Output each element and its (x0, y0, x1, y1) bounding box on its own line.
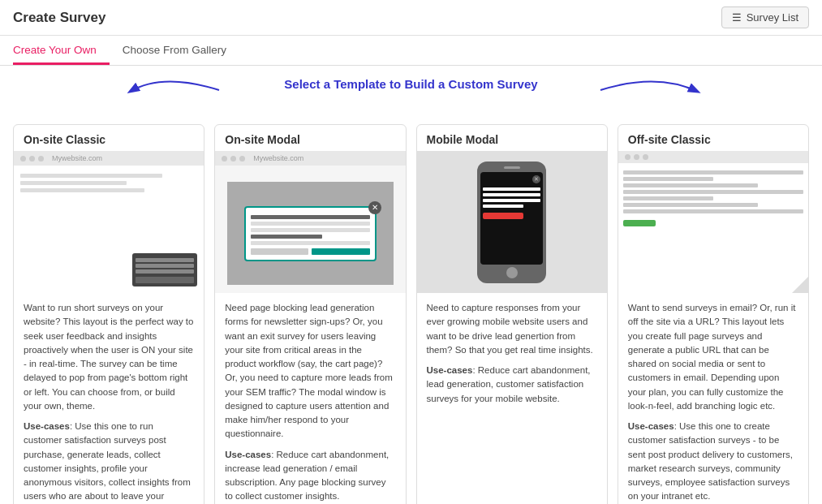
cards-grid: On-site Classic Mywebsite.com (0, 114, 822, 504)
card-preview-mobile: ✕ (417, 151, 607, 293)
card-preview-modal: Mywebsite.com ✕ (215, 151, 405, 293)
survey-list-label: Survey List (747, 11, 798, 24)
card-mobile-modal[interactable]: Mobile Modal ✕ (416, 124, 608, 504)
card-on-site-classic[interactable]: On-site Classic Mywebsite.com (13, 124, 204, 504)
top-header: Create Survey ☰ Survey List (0, 0, 822, 36)
card-preview-classic: Mywebsite.com (14, 151, 204, 293)
card-on-site-modal[interactable]: On-site Modal Mywebsite.com ✕ (214, 124, 406, 504)
card-body-mobile: Need to capture responses from your ever… (417, 293, 607, 414)
page-title: Create Survey (13, 10, 105, 26)
card-body-modal: Need page blocking lead generation forms… (215, 293, 405, 504)
list-icon: ☰ (732, 11, 742, 24)
card-body-classic: Want to run short surveys on your websit… (14, 293, 204, 504)
card-off-site-classic[interactable]: Off-site Classic (618, 124, 809, 504)
card-title-classic: On-site Classic (14, 125, 204, 151)
card-title-offsite: Off-site Classic (618, 125, 808, 151)
card-body-offsite: Want to send surveys in email? Or, run i… (618, 293, 808, 504)
survey-list-button[interactable]: ☰ Survey List (721, 6, 809, 28)
card-title-modal: On-site Modal (215, 125, 405, 151)
banner-text: Select a Template to Build a Custom Surv… (284, 77, 537, 91)
tabs-bar: Create Your Own Choose From Gallery (0, 36, 822, 66)
tab-create-your-own[interactable]: Create Your Own (13, 36, 110, 65)
card-preview-offsite (618, 151, 808, 293)
arrow-banner: Select a Template to Build a Custom Surv… (0, 66, 822, 114)
tab-choose-from-gallery[interactable]: Choose From Gallery (123, 36, 239, 65)
card-title-mobile: Mobile Modal (417, 125, 607, 151)
